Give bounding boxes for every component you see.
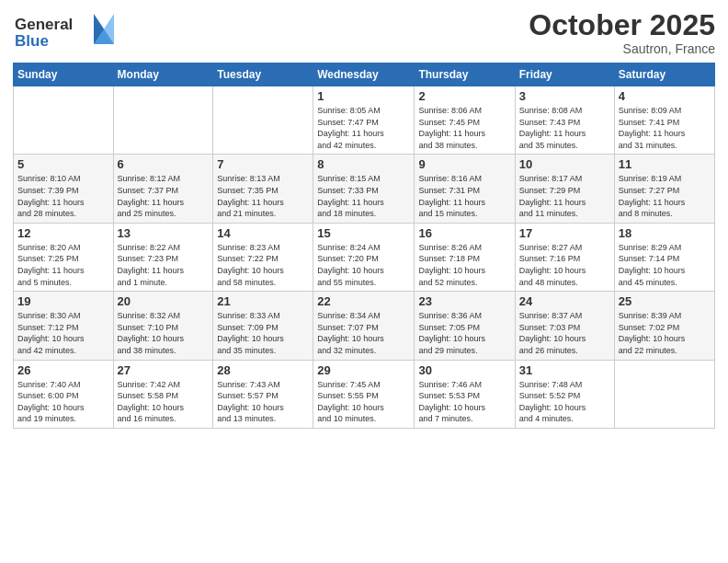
day-info: Sunrise: 8:17 AM Sunset: 7:29 PM Dayligh… xyxy=(519,173,610,219)
day-number: 1 xyxy=(317,89,410,103)
calendar-cell: 8Sunrise: 8:15 AM Sunset: 7:33 PM Daylig… xyxy=(313,155,415,223)
calendar-cell: 14Sunrise: 8:23 AM Sunset: 7:22 PM Dayli… xyxy=(213,223,313,291)
weekday-header: Thursday xyxy=(415,63,515,86)
calendar-header-row: SundayMondayTuesdayWednesdayThursdayFrid… xyxy=(14,63,715,86)
day-info: Sunrise: 8:12 AM Sunset: 7:37 PM Dayligh… xyxy=(118,173,210,219)
day-number: 16 xyxy=(418,226,510,240)
svg-text:Blue: Blue xyxy=(15,32,49,50)
title-block: October 2025 Sautron, France xyxy=(529,9,715,56)
calendar-cell: 27Sunrise: 7:42 AM Sunset: 5:58 PM Dayli… xyxy=(113,360,213,428)
calendar-table: SundayMondayTuesdayWednesdayThursdayFrid… xyxy=(13,63,715,429)
calendar-week-row: 1Sunrise: 8:05 AM Sunset: 7:47 PM Daylig… xyxy=(14,86,715,155)
day-number: 3 xyxy=(519,89,610,103)
logo-text-block: General Blue xyxy=(13,9,114,57)
day-number: 30 xyxy=(418,363,510,377)
day-info: Sunrise: 8:20 AM Sunset: 7:25 PM Dayligh… xyxy=(17,242,109,288)
weekday-header: Monday xyxy=(113,63,213,86)
day-info: Sunrise: 7:42 AM Sunset: 5:58 PM Dayligh… xyxy=(118,379,210,425)
logo-svg: General Blue xyxy=(13,9,114,53)
calendar-cell xyxy=(614,360,714,428)
day-info: Sunrise: 7:46 AM Sunset: 5:53 PM Dayligh… xyxy=(418,379,510,425)
calendar-cell: 1Sunrise: 8:05 AM Sunset: 7:47 PM Daylig… xyxy=(313,86,415,155)
day-number: 27 xyxy=(118,363,210,377)
calendar-cell: 13Sunrise: 8:22 AM Sunset: 7:23 PM Dayli… xyxy=(113,223,213,291)
day-number: 10 xyxy=(519,157,610,171)
calendar-cell: 21Sunrise: 8:33 AM Sunset: 7:09 PM Dayli… xyxy=(213,292,313,360)
day-info: Sunrise: 8:26 AM Sunset: 7:18 PM Dayligh… xyxy=(418,242,510,288)
day-number: 14 xyxy=(217,226,309,240)
calendar-cell: 9Sunrise: 8:16 AM Sunset: 7:31 PM Daylig… xyxy=(415,155,515,223)
day-number: 13 xyxy=(118,226,210,240)
day-info: Sunrise: 8:22 AM Sunset: 7:23 PM Dayligh… xyxy=(118,242,210,288)
day-number: 26 xyxy=(17,363,109,377)
day-number: 5 xyxy=(17,157,109,171)
calendar-cell: 19Sunrise: 8:30 AM Sunset: 7:12 PM Dayli… xyxy=(14,292,114,360)
day-info: Sunrise: 8:36 AM Sunset: 7:05 PM Dayligh… xyxy=(418,310,510,356)
day-number: 21 xyxy=(217,294,309,308)
weekday-header: Saturday xyxy=(614,63,714,86)
calendar-cell: 7Sunrise: 8:13 AM Sunset: 7:35 PM Daylig… xyxy=(213,155,313,223)
calendar-cell: 5Sunrise: 8:10 AM Sunset: 7:39 PM Daylig… xyxy=(14,155,114,223)
day-number: 8 xyxy=(317,157,410,171)
calendar-cell: 29Sunrise: 7:45 AM Sunset: 5:55 PM Dayli… xyxy=(313,360,415,428)
day-info: Sunrise: 8:27 AM Sunset: 7:16 PM Dayligh… xyxy=(519,242,610,288)
calendar-cell: 28Sunrise: 7:43 AM Sunset: 5:57 PM Dayli… xyxy=(213,360,313,428)
calendar-cell: 11Sunrise: 8:19 AM Sunset: 7:27 PM Dayli… xyxy=(614,155,714,223)
calendar-week-row: 12Sunrise: 8:20 AM Sunset: 7:25 PM Dayli… xyxy=(14,223,715,291)
calendar-cell: 10Sunrise: 8:17 AM Sunset: 7:29 PM Dayli… xyxy=(515,155,614,223)
location: Sautron, France xyxy=(529,41,715,56)
day-info: Sunrise: 7:43 AM Sunset: 5:57 PM Dayligh… xyxy=(217,379,309,425)
calendar-cell: 2Sunrise: 8:06 AM Sunset: 7:45 PM Daylig… xyxy=(415,86,515,155)
calendar-cell: 22Sunrise: 8:34 AM Sunset: 7:07 PM Dayli… xyxy=(313,292,415,360)
day-info: Sunrise: 8:09 AM Sunset: 7:41 PM Dayligh… xyxy=(619,105,711,151)
day-number: 25 xyxy=(619,294,711,308)
day-info: Sunrise: 8:37 AM Sunset: 7:03 PM Dayligh… xyxy=(519,310,610,356)
calendar-cell: 3Sunrise: 8:08 AM Sunset: 7:43 PM Daylig… xyxy=(515,86,614,155)
day-number: 4 xyxy=(619,89,711,103)
calendar-cell: 4Sunrise: 8:09 AM Sunset: 7:41 PM Daylig… xyxy=(614,86,714,155)
calendar-cell: 30Sunrise: 7:46 AM Sunset: 5:53 PM Dayli… xyxy=(415,360,515,428)
day-info: Sunrise: 8:16 AM Sunset: 7:31 PM Dayligh… xyxy=(418,173,510,219)
calendar-cell: 15Sunrise: 8:24 AM Sunset: 7:20 PM Dayli… xyxy=(313,223,415,291)
day-info: Sunrise: 8:10 AM Sunset: 7:39 PM Dayligh… xyxy=(17,173,109,219)
day-number: 2 xyxy=(418,89,510,103)
day-info: Sunrise: 8:30 AM Sunset: 7:12 PM Dayligh… xyxy=(17,310,109,356)
day-info: Sunrise: 8:32 AM Sunset: 7:10 PM Dayligh… xyxy=(118,310,210,356)
day-info: Sunrise: 8:34 AM Sunset: 7:07 PM Dayligh… xyxy=(317,310,410,356)
day-number: 22 xyxy=(317,294,410,308)
day-number: 31 xyxy=(519,363,610,377)
day-number: 11 xyxy=(619,157,711,171)
calendar-cell: 20Sunrise: 8:32 AM Sunset: 7:10 PM Dayli… xyxy=(113,292,213,360)
day-number: 6 xyxy=(118,157,210,171)
calendar-week-row: 19Sunrise: 8:30 AM Sunset: 7:12 PM Dayli… xyxy=(14,292,715,360)
calendar-cell: 17Sunrise: 8:27 AM Sunset: 7:16 PM Dayli… xyxy=(515,223,614,291)
day-info: Sunrise: 8:29 AM Sunset: 7:14 PM Dayligh… xyxy=(619,242,711,288)
day-info: Sunrise: 8:39 AM Sunset: 7:02 PM Dayligh… xyxy=(619,310,711,356)
day-info: Sunrise: 7:40 AM Sunset: 6:00 PM Dayligh… xyxy=(17,379,109,425)
day-number: 24 xyxy=(519,294,610,308)
day-info: Sunrise: 7:45 AM Sunset: 5:55 PM Dayligh… xyxy=(317,379,410,425)
svg-text:General: General xyxy=(15,16,73,33)
logo: General Blue xyxy=(13,9,114,57)
weekday-header: Wednesday xyxy=(313,63,415,86)
day-number: 7 xyxy=(217,157,309,171)
calendar-cell: 31Sunrise: 7:48 AM Sunset: 5:52 PM Dayli… xyxy=(515,360,614,428)
day-info: Sunrise: 8:08 AM Sunset: 7:43 PM Dayligh… xyxy=(519,105,610,151)
calendar-cell xyxy=(213,86,313,155)
day-info: Sunrise: 8:24 AM Sunset: 7:20 PM Dayligh… xyxy=(317,242,410,288)
calendar-cell: 25Sunrise: 8:39 AM Sunset: 7:02 PM Dayli… xyxy=(614,292,714,360)
weekday-header: Sunday xyxy=(14,63,114,86)
calendar-cell xyxy=(14,86,114,155)
day-number: 20 xyxy=(118,294,210,308)
calendar-week-row: 26Sunrise: 7:40 AM Sunset: 6:00 PM Dayli… xyxy=(14,360,715,428)
day-info: Sunrise: 8:33 AM Sunset: 7:09 PM Dayligh… xyxy=(217,310,309,356)
day-number: 17 xyxy=(519,226,610,240)
day-info: Sunrise: 8:19 AM Sunset: 7:27 PM Dayligh… xyxy=(619,173,711,219)
calendar-week-row: 5Sunrise: 8:10 AM Sunset: 7:39 PM Daylig… xyxy=(14,155,715,223)
day-info: Sunrise: 8:15 AM Sunset: 7:33 PM Dayligh… xyxy=(317,173,410,219)
day-number: 23 xyxy=(418,294,510,308)
day-number: 18 xyxy=(619,226,711,240)
calendar-cell: 23Sunrise: 8:36 AM Sunset: 7:05 PM Dayli… xyxy=(415,292,515,360)
day-info: Sunrise: 8:23 AM Sunset: 7:22 PM Dayligh… xyxy=(217,242,309,288)
calendar-cell: 12Sunrise: 8:20 AM Sunset: 7:25 PM Dayli… xyxy=(14,223,114,291)
